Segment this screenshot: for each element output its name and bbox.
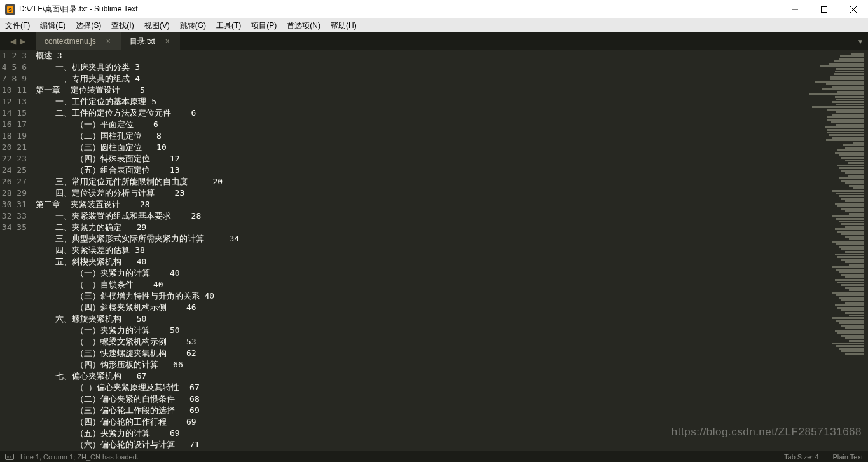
statusbar: Line 1, Column 1; ZH_CN has loaded. Tab …: [0, 451, 868, 462]
minimap-line: [835, 304, 864, 306]
minimap-line: [849, 289, 864, 291]
minimap-line: [837, 231, 864, 233]
minimap-line: [837, 282, 864, 283]
minimap-line: [827, 109, 864, 111]
minimap-line: [836, 320, 864, 322]
code-area[interactable]: 概述 3 一、机床夹具的分类 3 二、专用夹具的组成 4 第一章 定位装置设计 …: [36, 50, 779, 451]
minimap-line: [841, 259, 864, 261]
minimap-line: [832, 292, 864, 294]
minimap-line: [845, 200, 864, 202]
nav-forward-icon[interactable]: ▶: [20, 37, 25, 46]
minimap-line: [809, 93, 864, 95]
svg-rect-4: [822, 6, 827, 12]
minimap-line: [840, 55, 864, 57]
minimap-line: [835, 203, 864, 205]
minimap-line: [849, 264, 864, 266]
tab-overflow-button[interactable]: ▼: [853, 32, 868, 50]
nav-back-icon[interactable]: ◀: [10, 37, 16, 46]
tab-row: ◀ ▶ contextmenu.js×目录.txt× ▼: [0, 32, 868, 50]
tab-label: 目录.txt: [130, 36, 155, 47]
minimap-line: [832, 137, 864, 139]
minimap-line: [834, 60, 864, 62]
minimap-line: [827, 119, 864, 121]
menu-item-8[interactable]: 首选项(N): [282, 18, 326, 32]
minimize-button[interactable]: [780, 0, 809, 18]
minimap-line: [845, 147, 864, 149]
minimap-line: [839, 167, 864, 169]
minimap-line: [830, 78, 864, 80]
minimap-line: [832, 101, 864, 103]
minimap-line: [827, 116, 864, 118]
minimap-line: [841, 274, 864, 276]
minimap-line: [835, 71, 864, 72]
minimap-line: [835, 279, 864, 281]
minimap-line: [837, 256, 864, 258]
menu-item-7[interactable]: 项目(P): [246, 18, 282, 32]
minimap-line: [832, 190, 864, 192]
minimap-line: [848, 162, 864, 164]
minimap-line: [836, 269, 864, 271]
minimap-line: [849, 340, 864, 342]
editor[interactable]: 1 2 3 4 5 6 7 8 9 10 11 12 13 14 15 16 1…: [0, 50, 868, 451]
menu-item-4[interactable]: 视图(V): [139, 18, 175, 32]
close-button[interactable]: [839, 0, 868, 18]
minimap-line: [845, 276, 864, 278]
status-tab-size[interactable]: Tab Size: 4: [784, 453, 818, 461]
app-icon: S: [5, 4, 15, 15]
menu-item-1[interactable]: 编辑(E): [35, 18, 71, 32]
minimap-line: [845, 327, 864, 329]
minimap-line: [826, 83, 864, 85]
minimap-line: [845, 182, 864, 184]
tab-0[interactable]: contextmenu.js×: [36, 32, 121, 50]
minimap-line: [825, 126, 864, 128]
minimap-line: [832, 317, 864, 319]
panel-toggle-icon[interactable]: [5, 454, 14, 460]
minimap-line: [839, 195, 864, 197]
minimap-line: [839, 221, 864, 222]
minimap-line: [839, 177, 864, 179]
minimap-line: [853, 187, 864, 189]
status-position[interactable]: Line 1, Column 1; ZH_CN has loaded.: [20, 453, 139, 461]
minimap-line: [845, 236, 864, 238]
minimap-line: [845, 302, 864, 304]
tab-close-icon[interactable]: ×: [106, 37, 111, 46]
minimap-line: [836, 99, 864, 100]
menu-item-0[interactable]: 文件(F): [0, 18, 35, 32]
minimap-line: [841, 350, 864, 352]
minimap-line: [836, 124, 864, 126]
tab-close-icon[interactable]: ×: [165, 37, 170, 46]
svg-text:S: S: [8, 7, 12, 13]
menu-item-5[interactable]: 跳转(G): [175, 18, 211, 32]
minimap-line: [820, 65, 864, 67]
minimap-line: [843, 144, 864, 146]
tab-1[interactable]: 目录.txt×: [121, 32, 180, 50]
menu-item-9[interactable]: 帮助(H): [326, 18, 362, 32]
gutter: 1 2 3 4 5 6 7 8 9 10 11 12 13 14 15 16 1…: [0, 50, 36, 451]
minimap-line: [845, 287, 864, 289]
minimap-line: [841, 198, 864, 200]
minimap-line: [845, 261, 864, 263]
minimap-line: [837, 149, 864, 151]
minimap-line: [830, 76, 864, 78]
minimap-line: [841, 309, 864, 311]
minimap-line: [836, 193, 864, 194]
minimap-line: [832, 215, 864, 217]
minimap-line: [841, 284, 864, 286]
minimap-line: [832, 241, 864, 243]
minimap-line: [837, 165, 864, 166]
minimap-line: [849, 185, 864, 187]
menu-item-2[interactable]: 选择(S): [71, 18, 106, 32]
status-syntax[interactable]: Plain Text: [833, 453, 864, 461]
minimap-line: [837, 332, 864, 334]
minimap-line: [839, 58, 864, 60]
minimap-line: [841, 248, 864, 250]
menu-item-3[interactable]: 查找(I): [106, 18, 139, 32]
minimap[interactable]: [779, 50, 868, 451]
minimap-line: [836, 111, 864, 113]
minimap-line: [829, 134, 864, 136]
tab-nav-arrows[interactable]: ◀ ▶: [0, 32, 36, 50]
minimap-line: [834, 73, 864, 75]
menu-item-6[interactable]: 工具(T): [211, 18, 246, 32]
minimap-line: [848, 175, 864, 177]
maximize-button[interactable]: [809, 0, 839, 18]
